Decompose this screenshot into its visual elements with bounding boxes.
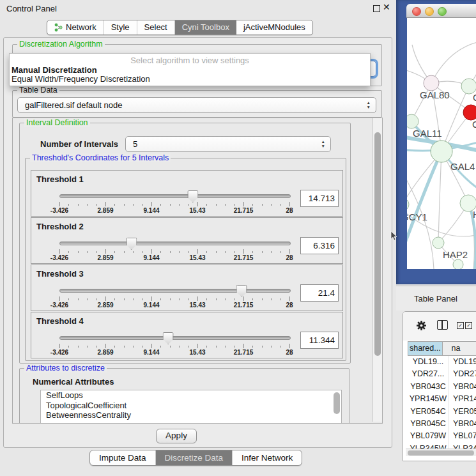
group-title: Attributes to discretize [24, 364, 107, 372]
cell-shared-name[interactable]: YDL19... [408, 356, 449, 368]
split-columns-icon[interactable] [437, 320, 448, 330]
cell-name[interactable]: YBR04 [449, 418, 476, 430]
close-traffic-light-icon[interactable] [412, 7, 421, 16]
threshold-1-value-field[interactable]: 14.713 [300, 190, 339, 207]
table-header-row: shared... na [408, 341, 476, 356]
tab-infer-network[interactable]: Infer Network [233, 450, 302, 465]
table-row[interactable]: YDR27...YDR27 [408, 368, 476, 380]
cell-shared-name[interactable]: YBR045C [408, 418, 449, 430]
table-row[interactable]: YER054CYER05 [408, 406, 476, 418]
threshold-1-slider[interactable] [59, 194, 291, 198]
cell-shared-name[interactable]: YBL079W [408, 430, 449, 442]
network-node[interactable] [407, 198, 409, 211]
column-header-name[interactable]: na [442, 341, 476, 356]
tab-network[interactable]: Network [47, 20, 104, 35]
checkbox-icon[interactable]: ✓ [465, 322, 472, 329]
cell-shared-name[interactable]: YLR345W [408, 443, 449, 449]
attributes-to-discretize-group: Attributes to discretize Numerical Attri… [19, 368, 349, 424]
network-canvas-svg: GAL80GACGAL11GAL4GCY1HHAP2 [407, 18, 476, 269]
tab-select[interactable]: Select [137, 20, 175, 35]
cell-shared-name[interactable]: YER054C [408, 406, 449, 418]
algorithm-dropdown-popup: Select algorithm to view settings Manual… [9, 53, 371, 86]
cell-shared-name[interactable]: YBR043C [408, 381, 449, 393]
numerical-attributes-label: Numerical Attributes [33, 377, 114, 387]
table-row[interactable]: YDL19...YDL19 [408, 356, 476, 368]
threshold-3-value-field[interactable]: 21.4 [300, 284, 339, 302]
numerical-attributes-list[interactable]: SelfLoopsTopologicalCoefficientBetweenne… [40, 390, 342, 424]
network-node[interactable] [433, 237, 444, 249]
scale-label: 21.715 [234, 254, 254, 261]
column-header-shared-name[interactable]: shared... [408, 341, 442, 356]
scale-label: 21.715 [234, 349, 254, 356]
cell-name[interactable]: YBR04 [449, 381, 476, 393]
slider-ticks [59, 296, 289, 302]
attribute-list-item[interactable]: BetweennessCentrality [41, 410, 341, 420]
slider-thumb[interactable] [236, 285, 247, 297]
slider-thumb[interactable] [126, 238, 137, 250]
settings-scrollpane: Interval Definition Number of Intervals … [12, 118, 383, 424]
table-row[interactable]: YBR045CYBR04 [408, 418, 476, 430]
cell-name[interactable]: YBL07 [449, 430, 476, 442]
group-title: Threshold's Coordinates for 5 Intervals [30, 153, 171, 162]
minimize-traffic-light-icon[interactable] [425, 7, 434, 16]
close-icon[interactable]: ✕ [383, 2, 390, 12]
network-icon [54, 23, 63, 32]
table-row[interactable]: YBL079WYBL07 [408, 430, 476, 442]
spinner-arrows-icon: ▲▼ [367, 100, 371, 109]
attribute-list-item[interactable]: TopologicalCoefficient [41, 401, 341, 411]
network-node[interactable] [453, 259, 463, 269]
table-row[interactable]: YBR043CYBR04 [408, 381, 476, 393]
gear-icon[interactable] [416, 320, 427, 331]
list-scrollbar-thumb[interactable] [334, 392, 340, 414]
checkbox-icon[interactable]: ✓ [457, 322, 464, 329]
dropdown-item-manual-discretization[interactable]: Manual Discretization [12, 65, 97, 75]
number-of-intervals-combobox[interactable]: 5 ▲▼ [125, 136, 331, 152]
threshold-4-value-field[interactable]: 11.344 [300, 332, 339, 349]
table-data-combobox[interactable]: galFiltered.sif default node ▲▼ [17, 97, 376, 113]
threshold-3-panel: Threshold 3 -3.4262.8599.14415.4321.7152… [31, 265, 343, 311]
threshold-2-slider[interactable] [59, 242, 291, 245]
table-row[interactable]: YLR345WYLR34 [408, 443, 476, 449]
vertical-scrollbar[interactable] [372, 118, 382, 422]
threshold-2-value-field[interactable]: 6.316 [300, 237, 339, 254]
table-row[interactable]: YPR145WYPR14 [408, 393, 476, 405]
network-node[interactable] [463, 105, 476, 120]
slider-thumb[interactable] [163, 332, 174, 344]
tab-impute-data[interactable]: Impute Data [90, 450, 156, 465]
cell-name[interactable]: YPR14 [449, 393, 476, 405]
scale-label: 9.144 [143, 254, 159, 261]
tab-style[interactable]: Style [104, 20, 137, 35]
threshold-3-slider[interactable] [59, 289, 291, 293]
cell-name[interactable]: YLR34 [449, 443, 476, 449]
tab-discretize-data[interactable]: Discretize Data [156, 450, 233, 465]
tab-jactivemnodules[interactable]: jActiveMNodules [236, 20, 312, 35]
horizontal-scrollbar[interactable] [406, 449, 476, 456]
scrollbar-thumb[interactable] [408, 450, 474, 456]
table-panel: ✓ ✓ shared... na YDL19...YDL19YDR27...YD… [403, 311, 476, 461]
apply-button[interactable]: Apply [156, 429, 197, 443]
attribute-list-item[interactable]: SelfLoops [41, 390, 341, 401]
network-node[interactable] [407, 114, 418, 128]
zoom-traffic-light-icon[interactable] [438, 7, 447, 16]
cell-shared-name[interactable]: YDR27... [408, 368, 449, 380]
threshold-1-panel: Threshold 1 -3.4262.8599.14415.4321.7152… [31, 170, 343, 217]
cell-name[interactable]: YER05 [449, 406, 476, 418]
network-window-titlebar[interactable] [406, 4, 476, 18]
scrollbar-thumb[interactable] [374, 132, 381, 356]
float-window-icon[interactable] [373, 5, 380, 12]
dropdown-item-equal-width-frequency[interactable]: Equal Width/Frequency Discretization [12, 74, 150, 84]
table-rows: YDL19...YDL19YDR27...YDR27YBR043CYBR04YP… [408, 356, 476, 449]
network-canvas[interactable]: GAL80GACGAL11GAL4GCY1HHAP2 [407, 18, 476, 269]
cell-name[interactable]: YDL19 [449, 356, 476, 368]
threshold-2-panel: Threshold 2 -3.4262.8599.14415.4321.7152… [31, 217, 343, 264]
slider-thumb[interactable] [187, 190, 198, 203]
group-title: Discretization Algorithm [17, 40, 105, 49]
network-node[interactable] [431, 141, 452, 162]
threshold-4-slider[interactable] [59, 336, 291, 340]
cell-name[interactable]: YDR27 [449, 368, 476, 380]
network-node[interactable] [424, 75, 439, 91]
network-view-window[interactable]: GAL80GACGAL11GAL4GCY1HHAP2 [406, 4, 476, 269]
scale-label: 28 [286, 207, 293, 214]
tab-cyni-toolbox[interactable]: Cyni Toolbox [175, 20, 236, 35]
cell-shared-name[interactable]: YPR145W [408, 393, 449, 405]
